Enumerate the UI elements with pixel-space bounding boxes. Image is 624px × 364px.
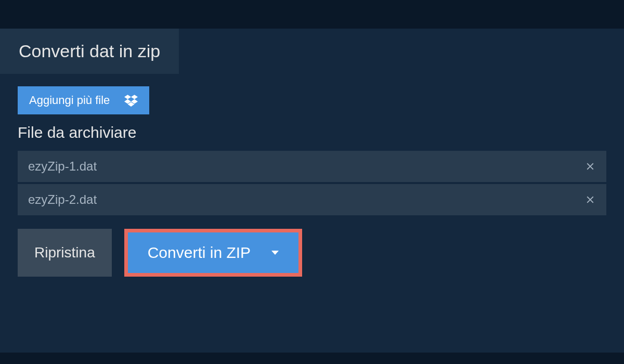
restore-button[interactable]: Ripristina (18, 229, 112, 277)
main-content: Aggiungi più file File da archiviare ezy… (0, 74, 624, 289)
file-list: ezyZip-1.dat ezyZip-2.dat (18, 151, 606, 215)
section-title: File da archiviare (18, 124, 606, 141)
restore-label: Ripristina (34, 244, 95, 261)
close-icon[interactable] (584, 161, 596, 172)
top-bar (0, 0, 624, 29)
add-files-button[interactable]: Aggiungi più file (18, 86, 149, 114)
tab-label: Converti dat in zip (19, 41, 160, 61)
dropbox-icon (124, 94, 138, 107)
file-row: ezyZip-1.dat (18, 151, 606, 182)
file-name: ezyZip-1.dat (28, 159, 97, 174)
convert-button[interactable]: Converti in ZIP (128, 232, 298, 273)
add-files-label: Aggiungi più file (29, 94, 110, 107)
file-name: ezyZip-2.dat (28, 192, 97, 207)
bottom-bar (0, 353, 624, 364)
tab-container: Converti dat in zip (0, 29, 624, 74)
file-row: ezyZip-2.dat (18, 184, 606, 215)
chevron-down-icon (271, 251, 279, 255)
convert-label: Converti in ZIP (148, 244, 251, 262)
close-icon[interactable] (584, 194, 596, 205)
convert-button-highlight: Converti in ZIP (124, 229, 302, 277)
button-row: Ripristina Converti in ZIP (18, 229, 606, 277)
tab-convert-dat-zip[interactable]: Converti dat in zip (0, 29, 179, 74)
